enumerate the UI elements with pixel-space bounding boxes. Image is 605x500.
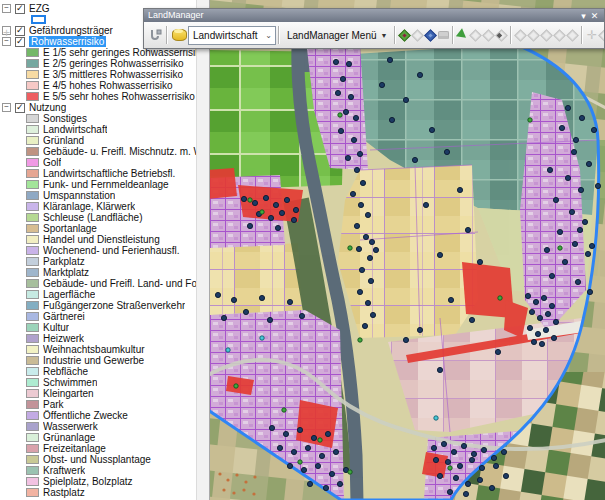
legend-item[interactable]: Grünland xyxy=(0,135,196,146)
legend-item[interactable]: Wasserwerk xyxy=(0,421,196,432)
color-swatch xyxy=(26,433,39,442)
layer-checkbox[interactable] xyxy=(15,26,25,36)
legend-item[interactable]: Weihnachtsbaumkultur xyxy=(0,344,196,355)
close-icon[interactable]: ✕ xyxy=(589,10,600,22)
separator xyxy=(510,26,512,44)
arrow-green-button[interactable] xyxy=(456,25,469,45)
legend-item[interactable]: Gärtnerei xyxy=(0,311,196,322)
collapse-icon[interactable] xyxy=(2,103,11,112)
legend-item[interactable]: E 3/5 mittleres Rohwasserrisiko xyxy=(0,69,196,80)
toolbar-titlebar[interactable]: LandManager ▾ ✕ xyxy=(144,9,604,22)
legend-item[interactable]: Golf xyxy=(0,157,196,168)
legend-item[interactable]: Park xyxy=(0,399,196,410)
legend-item[interactable]: Öffentliche Zwecke xyxy=(0,410,196,421)
landmanager-toolbar: LandManager ▾ ✕ Landwirtschaft ⌄ LandMan… xyxy=(143,8,605,49)
collapse-icon[interactable] xyxy=(2,37,11,46)
layer-label[interactable]: Gefährdungsträger xyxy=(29,25,113,36)
legend-item[interactable]: Landwirtschaft xyxy=(0,124,196,135)
edit-tool-button[interactable] xyxy=(146,25,164,45)
layer-label[interactable]: EZG xyxy=(29,3,50,14)
legend-item[interactable]: Obst- und Nussplantage xyxy=(0,454,196,465)
diamond-disabled-button xyxy=(514,25,527,45)
color-swatch xyxy=(26,136,39,145)
legend-item[interactable]: Schleuse (Landfläche) xyxy=(0,212,196,223)
legend-item[interactable]: Kläranlage, Klärwerk xyxy=(0,201,196,212)
color-swatch xyxy=(26,466,39,475)
legend-item[interactable]: Kleingarten xyxy=(0,388,196,399)
diamond-disabled-button xyxy=(540,25,553,45)
separator xyxy=(581,26,583,44)
legend-item[interactable]: Handel und Dienstleistung xyxy=(0,234,196,245)
collapse-icon[interactable] xyxy=(2,4,11,13)
legend-item[interactable]: Landwirtschaftliche Betriebsfl. xyxy=(0,168,196,179)
diamond-blue-button[interactable] xyxy=(424,25,437,45)
legend-item[interactable]: Schwimmen xyxy=(0,377,196,388)
diamond-dark-corner-icon xyxy=(496,29,509,42)
color-swatch xyxy=(26,147,39,156)
legend-item[interactable]: Freizeitanlage xyxy=(0,443,196,454)
color-swatch xyxy=(26,301,39,310)
move-disabled-button: ✛ xyxy=(585,25,598,45)
legend-item[interactable]: Wochenend- und Ferienhausfl. xyxy=(0,245,196,256)
color-swatch xyxy=(26,334,39,343)
legend-item[interactable]: Funk- und Fernmeldeanlage xyxy=(0,179,196,190)
chevron-down-icon: ⌄ xyxy=(265,31,275,40)
diamond-green-red-button[interactable] xyxy=(398,25,411,45)
color-swatch xyxy=(26,257,39,266)
legend-item[interactable]: Umspannstation xyxy=(0,190,196,201)
legend-item[interactable]: Kraftwerk xyxy=(0,465,196,476)
app-window: EZG Gefährdungsträger Rohwasserrisiko E … xyxy=(0,0,605,500)
layer-checkbox[interactable] xyxy=(15,37,25,47)
diamond-disabled-button xyxy=(553,25,566,45)
legend-scrollbar[interactable] xyxy=(196,0,210,500)
layer-checkbox[interactable] xyxy=(15,4,25,14)
legend-item[interactable]: Gebäude- u. Freifl. Mischnutz. m. Wohnen xyxy=(0,146,196,157)
color-swatch xyxy=(26,81,39,90)
layer-checkbox[interactable] xyxy=(15,103,25,113)
layer-label-selected[interactable]: Rohwasserrisiko xyxy=(29,36,106,47)
color-swatch xyxy=(26,411,39,420)
diamond-disabled-button xyxy=(566,25,579,45)
map-canvas[interactable] xyxy=(210,0,605,500)
legend-item[interactable]: Heizwerk xyxy=(0,333,196,344)
diamond-disabled-icon xyxy=(470,29,483,42)
diamond-dark-corner-button[interactable] xyxy=(495,25,508,45)
layer-combobox[interactable]: Landwirtschaft ⌄ xyxy=(188,26,276,45)
legend-item[interactable]: Rastplatz xyxy=(0,487,196,498)
legend-item[interactable]: E 2/5 geringes Rohwasserrisiko xyxy=(0,58,196,69)
legend-item[interactable]: Gebäude- und Freifl. Land- und Forstw. xyxy=(0,278,196,289)
diamond-disabled-icon xyxy=(541,29,554,42)
diamond-disabled-button xyxy=(598,25,604,45)
legend-item[interactable]: Lagerfläche xyxy=(0,289,196,300)
color-swatch xyxy=(26,400,39,409)
color-swatch xyxy=(26,224,39,233)
expand-icon[interactable] xyxy=(2,26,11,35)
legend-item[interactable]: Industrie und Gewerbe xyxy=(0,355,196,366)
diamond-disabled-icon xyxy=(599,29,604,42)
legend-item[interactable]: E 4/5 hohes Rohwasserrisiko xyxy=(0,80,196,91)
color-swatch xyxy=(26,158,39,167)
legend-item[interactable]: Kultur xyxy=(0,322,196,333)
legend-item[interactable]: Rebfläche xyxy=(0,366,196,377)
legend-item[interactable]: Parkplatz xyxy=(0,256,196,267)
diamond-disabled-icon xyxy=(483,29,496,42)
legend-item[interactable]: Sonstiges xyxy=(0,113,196,124)
legend-item[interactable]: E 5/5 sehr hohes Rohwasserrisiko xyxy=(0,91,196,102)
legend-item[interactable]: Spielplatz, Bolzplatz xyxy=(0,476,196,487)
diamond-disabled-icon xyxy=(528,29,541,42)
layer-nutzung[interactable]: Nutzung xyxy=(0,102,196,113)
color-swatch xyxy=(26,213,39,222)
legend-item[interactable]: Marktplatz xyxy=(0,267,196,278)
chevron-down-icon: ▼ xyxy=(381,32,388,39)
legend-item[interactable]: Fußgängerzone Straßenverkehr xyxy=(0,300,196,311)
database-button[interactable] xyxy=(170,25,188,45)
color-swatch xyxy=(26,246,39,255)
landmanager-menu-button[interactable]: LandManager Menü ▼ xyxy=(282,26,392,45)
chevron-down-icon[interactable]: ▾ xyxy=(578,10,589,22)
legend-item[interactable]: Grünanlage xyxy=(0,432,196,443)
layer-label[interactable]: Nutzung xyxy=(29,102,66,113)
diamond-green-red-icon xyxy=(399,29,412,42)
combobox-value: Landwirtschaft xyxy=(193,30,265,41)
legend-item[interactable]: Sportanlage xyxy=(0,223,196,234)
arrow-green-icon xyxy=(456,28,469,41)
